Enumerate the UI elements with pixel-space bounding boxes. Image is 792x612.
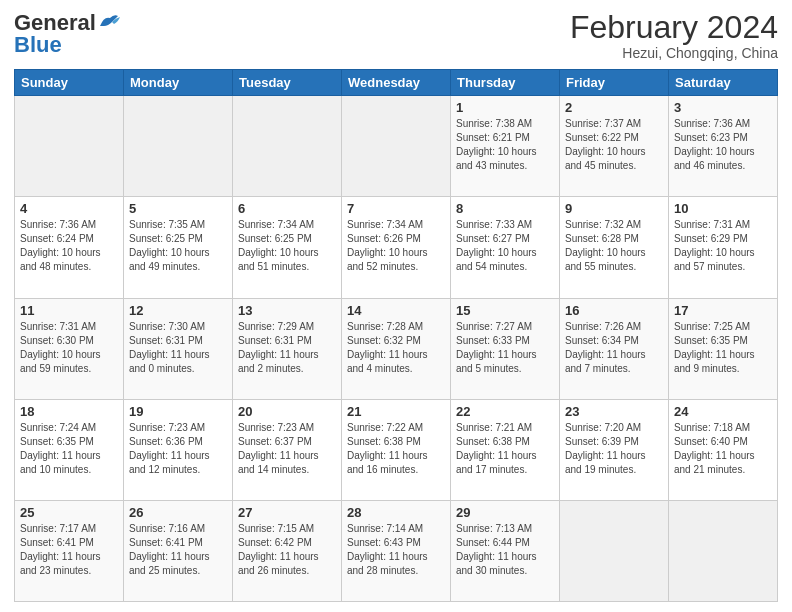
calendar-cell: 14Sunrise: 7:28 AM Sunset: 6:32 PM Dayli… [342, 298, 451, 399]
day-info: Sunrise: 7:17 AM Sunset: 6:41 PM Dayligh… [20, 522, 118, 578]
week-row: 11Sunrise: 7:31 AM Sunset: 6:30 PM Dayli… [15, 298, 778, 399]
calendar-cell: 24Sunrise: 7:18 AM Sunset: 6:40 PM Dayli… [669, 399, 778, 500]
day-number: 13 [238, 303, 336, 318]
calendar-cell: 4Sunrise: 7:36 AM Sunset: 6:24 PM Daylig… [15, 197, 124, 298]
calendar-cell [669, 500, 778, 601]
day-number: 24 [674, 404, 772, 419]
logo-bird-icon [98, 12, 120, 30]
day-number: 20 [238, 404, 336, 419]
calendar-cell: 2Sunrise: 7:37 AM Sunset: 6:22 PM Daylig… [560, 96, 669, 197]
calendar-cell [233, 96, 342, 197]
day-info: Sunrise: 7:26 AM Sunset: 6:34 PM Dayligh… [565, 320, 663, 376]
calendar-cell: 6Sunrise: 7:34 AM Sunset: 6:25 PM Daylig… [233, 197, 342, 298]
day-info: Sunrise: 7:31 AM Sunset: 6:30 PM Dayligh… [20, 320, 118, 376]
day-info: Sunrise: 7:22 AM Sunset: 6:38 PM Dayligh… [347, 421, 445, 477]
week-row: 18Sunrise: 7:24 AM Sunset: 6:35 PM Dayli… [15, 399, 778, 500]
calendar-cell: 12Sunrise: 7:30 AM Sunset: 6:31 PM Dayli… [124, 298, 233, 399]
day-number: 19 [129, 404, 227, 419]
day-info: Sunrise: 7:18 AM Sunset: 6:40 PM Dayligh… [674, 421, 772, 477]
calendar-cell: 15Sunrise: 7:27 AM Sunset: 6:33 PM Dayli… [451, 298, 560, 399]
calendar-cell: 21Sunrise: 7:22 AM Sunset: 6:38 PM Dayli… [342, 399, 451, 500]
calendar-col-header: Saturday [669, 70, 778, 96]
calendar-cell: 25Sunrise: 7:17 AM Sunset: 6:41 PM Dayli… [15, 500, 124, 601]
calendar-cell: 11Sunrise: 7:31 AM Sunset: 6:30 PM Dayli… [15, 298, 124, 399]
header: General Blue February 2024 Hezui, Chongq… [14, 10, 778, 61]
calendar-cell: 7Sunrise: 7:34 AM Sunset: 6:26 PM Daylig… [342, 197, 451, 298]
calendar-col-header: Friday [560, 70, 669, 96]
calendar-col-header: Tuesday [233, 70, 342, 96]
calendar-cell [342, 96, 451, 197]
day-number: 1 [456, 100, 554, 115]
day-info: Sunrise: 7:29 AM Sunset: 6:31 PM Dayligh… [238, 320, 336, 376]
day-info: Sunrise: 7:21 AM Sunset: 6:38 PM Dayligh… [456, 421, 554, 477]
day-number: 17 [674, 303, 772, 318]
day-info: Sunrise: 7:32 AM Sunset: 6:28 PM Dayligh… [565, 218, 663, 274]
day-info: Sunrise: 7:34 AM Sunset: 6:25 PM Dayligh… [238, 218, 336, 274]
calendar-cell: 5Sunrise: 7:35 AM Sunset: 6:25 PM Daylig… [124, 197, 233, 298]
calendar-cell: 16Sunrise: 7:26 AM Sunset: 6:34 PM Dayli… [560, 298, 669, 399]
calendar-cell: 3Sunrise: 7:36 AM Sunset: 6:23 PM Daylig… [669, 96, 778, 197]
calendar-cell: 10Sunrise: 7:31 AM Sunset: 6:29 PM Dayli… [669, 197, 778, 298]
day-number: 14 [347, 303, 445, 318]
day-number: 11 [20, 303, 118, 318]
day-info: Sunrise: 7:38 AM Sunset: 6:21 PM Dayligh… [456, 117, 554, 173]
day-number: 8 [456, 201, 554, 216]
calendar-cell: 19Sunrise: 7:23 AM Sunset: 6:36 PM Dayli… [124, 399, 233, 500]
title-block: February 2024 Hezui, Chongqing, China [570, 10, 778, 61]
calendar-cell: 13Sunrise: 7:29 AM Sunset: 6:31 PM Dayli… [233, 298, 342, 399]
calendar-cell [560, 500, 669, 601]
calendar-col-header: Monday [124, 70, 233, 96]
day-info: Sunrise: 7:34 AM Sunset: 6:26 PM Dayligh… [347, 218, 445, 274]
day-number: 2 [565, 100, 663, 115]
day-number: 6 [238, 201, 336, 216]
day-info: Sunrise: 7:20 AM Sunset: 6:39 PM Dayligh… [565, 421, 663, 477]
logo: General Blue [14, 10, 120, 58]
day-info: Sunrise: 7:16 AM Sunset: 6:41 PM Dayligh… [129, 522, 227, 578]
day-info: Sunrise: 7:30 AM Sunset: 6:31 PM Dayligh… [129, 320, 227, 376]
month-year: February 2024 [570, 10, 778, 45]
day-number: 23 [565, 404, 663, 419]
day-number: 3 [674, 100, 772, 115]
day-info: Sunrise: 7:24 AM Sunset: 6:35 PM Dayligh… [20, 421, 118, 477]
day-number: 12 [129, 303, 227, 318]
calendar-table: SundayMondayTuesdayWednesdayThursdayFrid… [14, 69, 778, 602]
day-number: 15 [456, 303, 554, 318]
calendar-cell: 8Sunrise: 7:33 AM Sunset: 6:27 PM Daylig… [451, 197, 560, 298]
location: Hezui, Chongqing, China [570, 45, 778, 61]
day-number: 25 [20, 505, 118, 520]
day-info: Sunrise: 7:36 AM Sunset: 6:24 PM Dayligh… [20, 218, 118, 274]
calendar-cell: 22Sunrise: 7:21 AM Sunset: 6:38 PM Dayli… [451, 399, 560, 500]
calendar-col-header: Wednesday [342, 70, 451, 96]
day-info: Sunrise: 7:28 AM Sunset: 6:32 PM Dayligh… [347, 320, 445, 376]
day-info: Sunrise: 7:36 AM Sunset: 6:23 PM Dayligh… [674, 117, 772, 173]
day-number: 16 [565, 303, 663, 318]
calendar-cell: 17Sunrise: 7:25 AM Sunset: 6:35 PM Dayli… [669, 298, 778, 399]
calendar-col-header: Thursday [451, 70, 560, 96]
day-number: 9 [565, 201, 663, 216]
day-number: 28 [347, 505, 445, 520]
week-row: 1Sunrise: 7:38 AM Sunset: 6:21 PM Daylig… [15, 96, 778, 197]
calendar-cell [15, 96, 124, 197]
logo-blue: Blue [14, 32, 62, 58]
day-info: Sunrise: 7:37 AM Sunset: 6:22 PM Dayligh… [565, 117, 663, 173]
day-info: Sunrise: 7:33 AM Sunset: 6:27 PM Dayligh… [456, 218, 554, 274]
calendar-cell: 9Sunrise: 7:32 AM Sunset: 6:28 PM Daylig… [560, 197, 669, 298]
day-number: 29 [456, 505, 554, 520]
day-number: 10 [674, 201, 772, 216]
calendar-cell: 1Sunrise: 7:38 AM Sunset: 6:21 PM Daylig… [451, 96, 560, 197]
day-number: 5 [129, 201, 227, 216]
calendar-cell: 27Sunrise: 7:15 AM Sunset: 6:42 PM Dayli… [233, 500, 342, 601]
calendar-cell: 28Sunrise: 7:14 AM Sunset: 6:43 PM Dayli… [342, 500, 451, 601]
calendar-cell: 29Sunrise: 7:13 AM Sunset: 6:44 PM Dayli… [451, 500, 560, 601]
day-number: 27 [238, 505, 336, 520]
calendar-header-row: SundayMondayTuesdayWednesdayThursdayFrid… [15, 70, 778, 96]
day-info: Sunrise: 7:15 AM Sunset: 6:42 PM Dayligh… [238, 522, 336, 578]
calendar-cell: 26Sunrise: 7:16 AM Sunset: 6:41 PM Dayli… [124, 500, 233, 601]
day-number: 26 [129, 505, 227, 520]
week-row: 25Sunrise: 7:17 AM Sunset: 6:41 PM Dayli… [15, 500, 778, 601]
page: General Blue February 2024 Hezui, Chongq… [0, 0, 792, 612]
day-number: 7 [347, 201, 445, 216]
calendar-col-header: Sunday [15, 70, 124, 96]
day-info: Sunrise: 7:25 AM Sunset: 6:35 PM Dayligh… [674, 320, 772, 376]
day-info: Sunrise: 7:23 AM Sunset: 6:36 PM Dayligh… [129, 421, 227, 477]
